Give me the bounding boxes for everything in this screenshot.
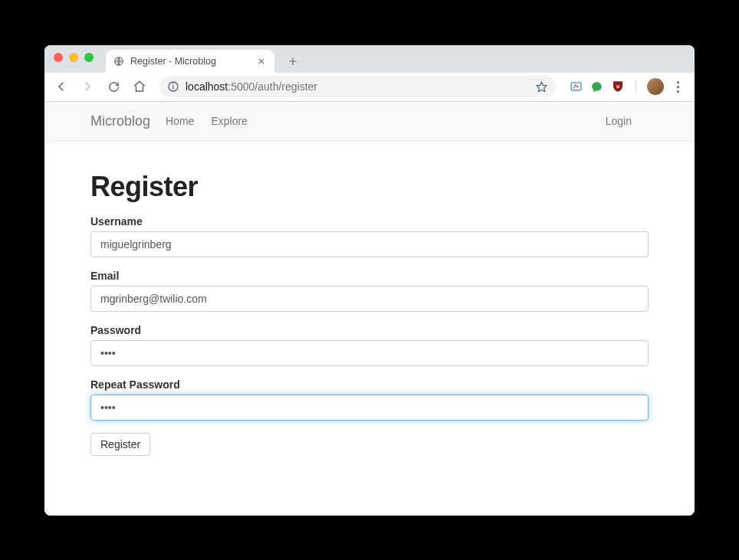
nav-link-home[interactable]: Home	[166, 115, 194, 127]
svg-rect-5	[571, 82, 581, 90]
tab-title: Register - Microblog	[130, 56, 216, 67]
new-tab-button[interactable]	[282, 51, 304, 72]
url-host: localhost	[186, 80, 228, 93]
forward-button[interactable]	[77, 76, 98, 97]
form-group-username: Username	[90, 215, 649, 257]
tab-strip: Register - Microblog	[44, 45, 695, 73]
browser-menu-button[interactable]	[672, 81, 684, 93]
url-text: localhost:5000/auth/register	[186, 80, 317, 93]
bookmark-icon[interactable]	[535, 80, 548, 93]
app-navbar: Microblog Home Explore Login	[44, 102, 695, 142]
page-container: Register Username Email Password Repeat …	[44, 142, 695, 486]
form-group-repeat-password: Repeat Password	[90, 378, 649, 421]
svg-point-3	[172, 84, 174, 85]
page-viewport: Microblog Home Explore Login Register Us…	[44, 102, 695, 516]
repeat-password-label: Repeat Password	[90, 378, 649, 391]
extension-ublock-icon[interactable]: u	[611, 80, 625, 93]
nav-link-login[interactable]: Login	[606, 115, 632, 127]
url-path: :5000/auth/register	[228, 80, 317, 93]
username-label: Username	[90, 215, 649, 228]
back-button[interactable]	[51, 76, 72, 97]
home-button[interactable]	[129, 76, 150, 97]
username-input[interactable]	[90, 231, 649, 257]
repeat-password-input[interactable]	[90, 395, 649, 421]
extension-chat-icon[interactable]	[590, 80, 603, 93]
nav-link-explore[interactable]: Explore	[211, 115, 247, 127]
address-bar[interactable]: localhost:5000/auth/register	[159, 76, 556, 97]
window-controls	[54, 53, 94, 62]
submit-button[interactable]: Register	[90, 433, 150, 456]
extension-icons: u	[565, 78, 688, 95]
email-input[interactable]	[90, 286, 649, 312]
svg-marker-4	[537, 82, 547, 91]
password-label: Password	[90, 324, 649, 336]
close-tab-button[interactable]	[256, 56, 267, 67]
page-title: Register	[90, 171, 649, 203]
browser-window: Register - Microblog	[44, 45, 695, 516]
email-label: Email	[90, 270, 649, 282]
brand[interactable]: Microblog	[90, 113, 150, 129]
toolbar-divider	[636, 79, 636, 94]
site-info-icon[interactable]	[167, 80, 179, 93]
password-input[interactable]	[90, 340, 649, 366]
globe-icon	[113, 56, 124, 67]
reload-button[interactable]	[103, 76, 124, 97]
browser-tab[interactable]: Register - Microblog	[106, 50, 274, 73]
svg-text:u: u	[616, 84, 619, 89]
form-group-email: Email	[90, 270, 649, 312]
minimize-window-button[interactable]	[69, 53, 78, 62]
maximize-window-button[interactable]	[84, 53, 94, 62]
close-window-button[interactable]	[54, 53, 63, 62]
browser-toolbar: localhost:5000/auth/register	[44, 73, 695, 102]
extension-devtools-icon[interactable]	[570, 80, 583, 93]
form-group-password: Password	[90, 324, 649, 366]
profile-avatar[interactable]	[647, 78, 664, 95]
